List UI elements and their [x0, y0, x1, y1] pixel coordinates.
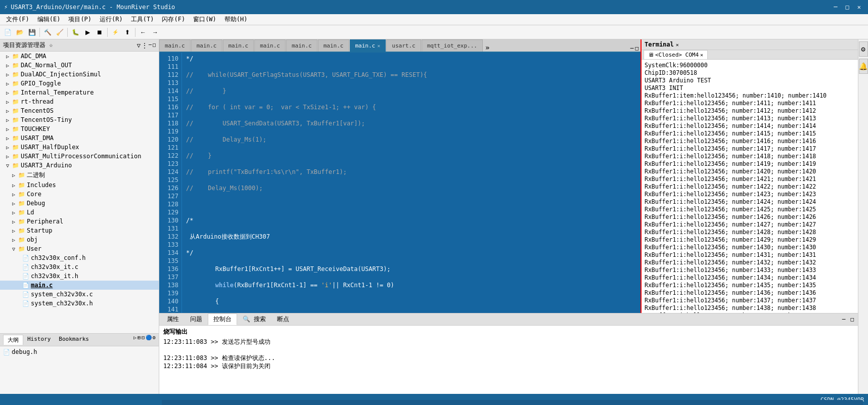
minimize-btn[interactable]: ─: [831, 4, 840, 11]
editor-tab-4[interactable]: main.c: [286, 39, 317, 52]
burn-line-0: 12:23:11:083 >> 发送芯片型号成功: [163, 338, 854, 346]
sidebar-collapse-btn[interactable]: ▽: [137, 42, 141, 49]
outline-debug-h[interactable]: 📄 debug.h: [3, 347, 156, 356]
tree-item-rt[interactable]: ▷ 📁 rt-thread: [0, 97, 159, 106]
new-btn[interactable]: 📄: [2, 27, 13, 38]
outline-ctrl3[interactable]: ⊡: [142, 335, 145, 345]
stop-btn[interactable]: ⏹: [94, 27, 105, 38]
tree-item-main-c[interactable]: 📄 main.c: [0, 281, 159, 290]
tree-item-usart3[interactable]: ▽ 📁 USART3_Arduino: [0, 161, 159, 170]
terminal-output[interactable]: SystemClk:96000000 ChipID:30700518 USART…: [642, 60, 858, 313]
menu-help[interactable]: 帮助(H): [220, 14, 252, 25]
tree-item-gpio[interactable]: ▷ 📁 GPIO_Toggle: [0, 79, 159, 88]
bottom-tab-search[interactable]: 🔍 搜索: [237, 313, 271, 325]
outline-ctrl2[interactable]: ⊞: [138, 335, 141, 345]
tree-item-user[interactable]: ▽ 📁 User: [0, 244, 159, 253]
bottom-max-btn[interactable]: □: [848, 316, 856, 323]
debug-btn[interactable]: 🐛: [70, 27, 81, 38]
outline-ctrl1[interactable]: ▷: [133, 335, 136, 345]
sidebar-min-btn[interactable]: ─: [149, 42, 152, 49]
tab-close-icon[interactable]: ✕: [377, 43, 380, 49]
code-editor[interactable]: 110 111 112 113 114 115 116 117 118 119 …: [159, 53, 641, 313]
sidebar-menu-btn[interactable]: ⋮: [142, 42, 148, 49]
tree-item-tencent[interactable]: ▷ 📁 TencentOS: [0, 106, 159, 115]
bottom-tab-console[interactable]: 控制台: [208, 313, 237, 325]
tree-item-ld[interactable]: ▷ 📁 Ld: [0, 208, 159, 217]
editor-tab-2[interactable]: main.c: [223, 39, 254, 52]
tree-item-ch32it-h[interactable]: 📄 ch32v30x_it.h: [0, 272, 159, 281]
clean-btn[interactable]: 🧹: [54, 27, 65, 38]
burn-section-label: 烧写输出: [163, 328, 854, 336]
sidebar-max-btn[interactable]: □: [153, 42, 156, 49]
tree-item-tencenttiny[interactable]: ▷ 📁 TencentOS-Tiny: [0, 115, 159, 124]
bottom-min-btn[interactable]: ─: [840, 316, 848, 323]
tree-item-peripheral[interactable]: ▷ 📁 Peripheral: [0, 217, 159, 226]
tree-item-debug[interactable]: ▷ 📁 Debug: [0, 199, 159, 208]
menu-window[interactable]: 窗口(W): [189, 14, 220, 25]
tree-item-itemp[interactable]: ▷ 📁 Internal_Temperature: [0, 88, 159, 97]
editor-tab-7[interactable]: usart.c: [386, 39, 421, 52]
toolbar-sep2: [67, 28, 68, 37]
title-bar: ⚡ USART3_Arduino/User/main.c - MounRiver…: [0, 0, 868, 14]
menu-project[interactable]: 项目(P): [64, 14, 96, 25]
save-btn[interactable]: 💾: [26, 27, 37, 38]
side-icon-2[interactable]: 🔔: [859, 59, 868, 74]
term-line-17: RxBuffer1:i:hello123456; number:1423; nu…: [645, 191, 855, 198]
tree-item-obj[interactable]: ▷ 📁 obj: [0, 235, 159, 244]
menu-run[interactable]: 运行(R): [96, 14, 127, 25]
maximize-btn[interactable]: □: [843, 4, 852, 11]
flash-btn[interactable]: ⚡: [110, 27, 121, 38]
editor-max-btn[interactable]: □: [635, 45, 638, 52]
bottom-tab-problems[interactable]: 问题: [185, 313, 208, 325]
terminal-close-icon[interactable]: ✕: [676, 42, 679, 48]
build-btn[interactable]: 🔨: [42, 27, 53, 38]
close-btn[interactable]: ✕: [854, 4, 864, 11]
outline-tab[interactable]: 大纲: [3, 335, 23, 345]
tree-item-dual[interactable]: ▷ 📁 DualADC_InjectionSimul: [0, 70, 159, 79]
tree-item-startup[interactable]: ▷ 📁 Startup: [0, 226, 159, 235]
com4-tab[interactable]: 🖥 <Closed> COM4 ✕: [644, 50, 708, 59]
tree-item-system-h[interactable]: 📄 system_ch32v30x.h: [0, 299, 159, 308]
tree-item-usart-dma[interactable]: ▷ 📁 USART_DMA: [0, 133, 159, 143]
tree-item-adc[interactable]: ▷ 📁 ADC_DMA: [0, 52, 159, 61]
com4-close-icon[interactable]: ✕: [700, 52, 703, 58]
menu-edit[interactable]: 编辑(E): [33, 14, 65, 25]
editor-tab-0[interactable]: main.c: [159, 39, 191, 52]
forward-btn[interactable]: →: [150, 27, 161, 38]
outline-ctrl5[interactable]: ⚙: [153, 335, 156, 345]
tree-item-ch32conf[interactable]: 📄 ch32v30x_conf.h: [0, 253, 159, 262]
editor-tab-6[interactable]: main.c ✕: [350, 39, 386, 52]
editor-min-btn[interactable]: ─: [630, 45, 634, 52]
back-btn[interactable]: ←: [138, 27, 149, 38]
outline-ctrl4[interactable]: 🔵: [146, 335, 152, 345]
editor-tab-3[interactable]: main.c: [254, 39, 286, 52]
bottom-tab-breakpoints[interactable]: 断点: [271, 313, 295, 325]
menu-flash[interactable]: 闪存(F): [158, 14, 189, 25]
sidebar-header: 项目资源管理器 ☆ ▽ ⋮ ─ □: [0, 39, 159, 52]
tab-overflow-btn[interactable]: »: [483, 43, 491, 52]
tree-item-dac[interactable]: ▷ 📁 DAC_Normal_OUT: [0, 61, 159, 70]
bottom-tab-properties[interactable]: 属性: [161, 313, 185, 325]
editor-tab-5[interactable]: main.c: [318, 39, 349, 52]
upload-btn[interactable]: ⬆: [122, 27, 133, 38]
open-btn[interactable]: 📂: [14, 27, 25, 38]
bookmarks-tab[interactable]: Bookmarks: [55, 335, 93, 345]
side-icon-1[interactable]: ⚙: [859, 41, 868, 57]
tree-item-system-c[interactable]: 📄 system_ch32v30x.c: [0, 290, 159, 299]
history-tab[interactable]: History: [23, 335, 55, 345]
term-line-22: RxBuffer1:i:hello123456; number:1428; nu…: [645, 229, 855, 236]
tree-item-usart-half[interactable]: ▷ 📁 USART_HalfDuplex: [0, 143, 159, 152]
tree-item-binary[interactable]: ▷ 📁 二进制: [0, 170, 159, 181]
tree-item-includes[interactable]: ▷ 📁 Includes: [0, 181, 159, 190]
editor-tab-1[interactable]: main.c: [191, 39, 222, 52]
run-btn[interactable]: ▶: [82, 27, 93, 38]
tree-item-touchkey[interactable]: ▷ 📁 TOUCHKEY: [0, 124, 159, 133]
menu-file[interactable]: 文件(F): [2, 14, 33, 25]
tree-item-ch32it-c[interactable]: 📄 ch32v30x_it.c: [0, 262, 159, 272]
window-title: USART3_Arduino/User/main.c - MounRiver S…: [11, 4, 175, 11]
tree-item-usart-multi[interactable]: ▷ 📁 USART_MultiProcessorCommunication: [0, 152, 159, 161]
tree-item-core[interactable]: ▷ 📁 Core: [0, 190, 159, 199]
menu-tools[interactable]: 工具(T): [127, 14, 158, 25]
editor-tab-8[interactable]: mqtt_iot_exp...: [422, 39, 483, 52]
code-text[interactable]: */ // while(USART_GetFlagStatus(USART3, …: [182, 53, 641, 313]
